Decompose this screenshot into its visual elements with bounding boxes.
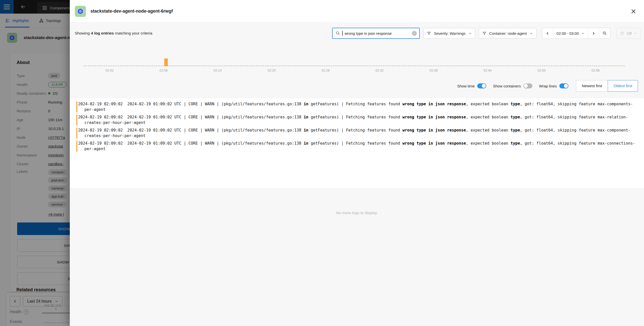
timeline-tick: 02:20 [268, 69, 276, 72]
log-entry: 2024-02-19 02:09:022024-02-19 01:09:02 U… [76, 128, 639, 139]
refresh-icon [620, 31, 624, 36]
log-message: 2024-02-19 01:09:02 UTC | CORE | WARN | … [84, 128, 630, 138]
log-message: 2024-02-19 01:09:02 UTC | CORE | WARN | … [84, 141, 635, 151]
next-hour-button[interactable] [588, 28, 599, 39]
modal-header: stackstate-dev-agent-node-agent-6rwgf × [70, 0, 644, 23]
wrap-lines-toggle[interactable] [559, 83, 568, 88]
timeline-tick: 02:02 [106, 69, 114, 72]
timeline-tick: 02:26 [321, 69, 330, 72]
log-message: 2024-02-19 01:09:02 UTC | CORE | WARN | … [84, 115, 628, 125]
timeline-tick: 02:32 [375, 69, 384, 72]
search-icon [336, 31, 340, 36]
text-caret [342, 31, 343, 36]
search-value: wrong type in json response [345, 31, 410, 36]
severity-filter-label: Severity: Warnings [434, 31, 465, 36]
log-timestamp: 2024-02-19 02:09:02 [78, 128, 123, 133]
show-time-label: Show time [457, 84, 475, 88]
log-entry: 2024-02-19 02:09:022024-02-19 01:09:02 U… [76, 141, 639, 152]
pod-logs-modal: stackstate-dev-agent-node-agent-6rwgf × … [70, 0, 644, 326]
timeline-tick: 02:56 [591, 69, 600, 72]
wrap-lines-control: Wrap lines [539, 83, 568, 88]
misspelled-word: json [368, 31, 375, 36]
modal-title: stackstate-dev-agent-node-agent-6rwgf [90, 9, 626, 14]
chevron-down-icon [581, 32, 585, 35]
log-message: 2024-02-19 01:09:02 UTC | CORE | WARN | … [84, 102, 633, 112]
log-timestamp: 2024-02-19 02:09:02 [78, 115, 123, 119]
sort-order-buttons: Newest first Oldest first [576, 80, 638, 92]
auto-refresh-control[interactable]: Off [617, 28, 640, 39]
auto-refresh-value: Off [627, 31, 632, 36]
clear-search-icon[interactable]: × [412, 31, 417, 36]
timeline-tick: 02:38 [429, 69, 438, 72]
log-entry: 2024-02-19 02:09:022024-02-19 01:09:02 U… [76, 115, 639, 125]
show-containers-label: Show containers [493, 84, 521, 88]
timeline-tick: 02:50 [537, 69, 546, 72]
oldest-first-button[interactable]: Oldest first [608, 80, 638, 92]
zoom-out-icon [602, 31, 607, 36]
show-containers-toggle[interactable] [523, 83, 532, 88]
previous-hour-button[interactable] [542, 28, 553, 39]
newest-first-button[interactable]: Newest first [576, 80, 608, 92]
timeline-tick: 02:08 [159, 69, 168, 72]
no-more-logs-message: No more logs to display. [70, 211, 644, 215]
pod-icon [75, 6, 86, 17]
results-summary: Showing 4 log entries matching your crit… [75, 31, 152, 36]
chevron-down-icon [634, 32, 637, 35]
chevron-down-icon [530, 32, 533, 35]
time-window-navigator: 02:00 - 03:00 [542, 28, 610, 39]
log-list: 2024-02-19 02:09:022024-02-19 01:09:02 U… [70, 98, 644, 188]
log-timestamp: 2024-02-19 02:09:02 [78, 141, 123, 146]
container-filter-dropdown[interactable]: Container: node-agent [479, 28, 536, 39]
wrap-lines-label: Wrap lines [539, 84, 557, 88]
log-search-input[interactable]: wrong type in json response × [332, 28, 420, 39]
chevron-right-icon [591, 31, 596, 36]
timeline-tick: 02:44 [484, 69, 492, 72]
log-display-controls: Show time Show containers Wrap lines New… [70, 80, 644, 92]
show-containers-control: Show containers [493, 83, 532, 88]
container-filter-label: Container: node-agent [489, 31, 527, 36]
show-time-toggle[interactable] [477, 83, 486, 88]
chevron-left-icon [545, 31, 550, 36]
show-time-control: Show time [457, 83, 486, 88]
log-count-bar[interactable] [164, 58, 168, 66]
chevron-down-icon [468, 32, 472, 35]
close-icon[interactable]: × [631, 8, 636, 15]
severity-filter-dropdown[interactable]: Severity: Warnings [423, 28, 475, 39]
log-entry: 2024-02-19 02:09:022024-02-19 01:09:02 U… [76, 102, 639, 112]
screen: Components Highlights Topology [0, 0, 644, 326]
zoom-out-button[interactable] [599, 28, 610, 39]
log-histogram-timeline: 02:02 02:08 02:14 02:20 02:26 02:32 02:3… [83, 54, 625, 76]
timeline-tick: 02:14 [213, 69, 222, 72]
log-timestamp: 2024-02-19 02:09:02 [78, 102, 123, 106]
time-window-select[interactable]: 02:00 - 03:00 [553, 28, 588, 39]
log-toolbar: Showing 4 log entries matching your crit… [70, 28, 644, 39]
time-window-value: 02:00 - 03:00 [557, 31, 579, 36]
filter-icon [482, 31, 487, 36]
filter-icon [427, 31, 431, 36]
